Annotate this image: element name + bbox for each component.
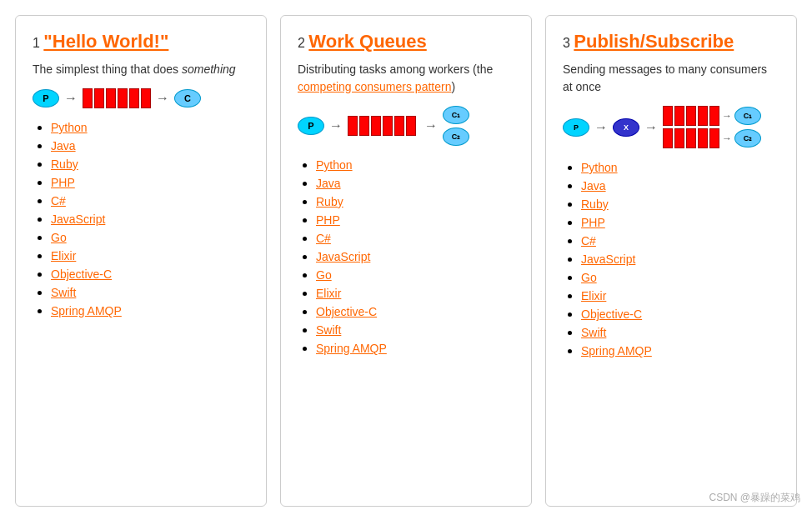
arrow-5: → [594, 120, 608, 135]
list-item: Java [581, 178, 779, 193]
card-number-3: 3 [563, 36, 574, 50]
link-php-1[interactable]: PHP [51, 176, 75, 189]
queue-cell [674, 128, 684, 148]
producer-ellipse-3: P [563, 118, 589, 137]
link-csharp-2[interactable]: C# [316, 232, 331, 245]
queue-cell [371, 116, 381, 136]
queue-cell [118, 88, 128, 108]
list-item: Spring AMQP [51, 303, 249, 318]
list-item: Elixir [581, 288, 779, 303]
list-item: Elixir [316, 286, 514, 301]
card-header-1: 1 "Hello World!" [33, 31, 249, 52]
queue-cell [698, 128, 708, 148]
queue-cell [129, 88, 139, 108]
link-javascript-2[interactable]: JavaScript [316, 250, 370, 263]
consumer-c2-3: C₂ [734, 129, 761, 148]
link-objectivec-3[interactable]: Objective-C [581, 308, 642, 321]
link-objectivec-1[interactable]: Objective-C [51, 268, 112, 281]
list-item: JavaScript [581, 252, 779, 267]
link-objectivec-2[interactable]: Objective-C [316, 305, 377, 318]
card-title-1[interactable]: "Hello World!" [43, 31, 168, 52]
queue-box-1 [83, 88, 151, 108]
card-work-queues: 2 Work Queues Distributing tasks among w… [280, 15, 532, 507]
link-competing-consumers[interactable]: competing consumers pattern [298, 80, 451, 93]
link-javascript-3[interactable]: JavaScript [581, 252, 635, 266]
link-swift-3[interactable]: Swift [581, 326, 606, 339]
link-php-3[interactable]: PHP [581, 216, 605, 229]
arrow-4: → [424, 118, 438, 133]
list-item: Objective-C [581, 307, 779, 322]
link-ruby-1[interactable]: Ruby [51, 158, 78, 171]
list-item: PHP [316, 212, 514, 228]
arrow-7: → [722, 110, 732, 122]
link-elixir-1[interactable]: Elixir [51, 249, 76, 262]
queue-cell [698, 106, 708, 126]
consumer-ellipse: C [174, 89, 201, 108]
link-go-1[interactable]: Go [51, 231, 67, 244]
link-ruby-2[interactable]: Ruby [316, 195, 343, 208]
queue-cell [709, 106, 719, 126]
link-elixir-2[interactable]: Elixir [316, 287, 341, 300]
link-go-3[interactable]: Go [581, 271, 597, 284]
arrow-3: → [329, 118, 343, 133]
list-item: Python [316, 158, 514, 172]
queue-cell [663, 106, 673, 126]
link-spring-3[interactable]: Spring AMQP [581, 344, 652, 358]
list-item: Ruby [581, 197, 779, 212]
arrow-6: → [644, 120, 658, 135]
link-java-2[interactable]: Java [316, 177, 341, 190]
queue-cell [383, 116, 393, 136]
queue-cell [406, 116, 416, 136]
queue-cell [674, 106, 684, 126]
card-title-2[interactable]: Work Queues [308, 31, 426, 52]
diagram-2: P → → C₁ C₂ [298, 106, 514, 146]
card-title-3[interactable]: Publish/Subscribe [574, 31, 734, 52]
list-item: JavaScript [316, 249, 514, 264]
queue-cell [94, 88, 104, 108]
link-csharp-3[interactable]: C# [581, 234, 596, 248]
queue-cell [686, 106, 696, 126]
link-ruby-3[interactable]: Ruby [581, 198, 609, 211]
list-item: Spring AMQP [581, 343, 779, 358]
list-item: Spring AMQP [316, 341, 514, 356]
queue-cell [348, 116, 358, 136]
list-item: Swift [51, 285, 249, 300]
list-item: Java [51, 138, 249, 153]
consumer-c1: C₁ [443, 106, 469, 124]
queue-box-3b [663, 128, 719, 148]
link-java-3[interactable]: Java [581, 179, 606, 192]
list-item: C# [316, 231, 514, 246]
link-php-2[interactable]: PHP [316, 213, 340, 227]
list-item: C# [51, 193, 249, 208]
link-spring-1[interactable]: Spring AMQP [51, 304, 122, 318]
queue-cell [394, 116, 404, 136]
queue-cell [663, 128, 673, 148]
link-elixir-3[interactable]: Elixir [581, 289, 606, 302]
queue-cell [359, 116, 369, 136]
link-python-1[interactable]: Python [51, 121, 88, 134]
arrow-8: → [722, 132, 732, 144]
card-number-1: 1 [33, 36, 43, 50]
fanout-queues: → C₁ → C₂ [663, 106, 761, 148]
queue-cell [686, 128, 696, 148]
link-python-2[interactable]: Python [316, 158, 353, 172]
link-csharp-1[interactable]: C# [51, 194, 66, 208]
list-item: Elixir [51, 248, 249, 263]
link-spring-2[interactable]: Spring AMQP [316, 342, 387, 355]
link-swift-2[interactable]: Swift [316, 323, 341, 337]
link-javascript-1[interactable]: JavaScript [51, 212, 105, 226]
link-java-1[interactable]: Java [51, 139, 76, 152]
link-swift-1[interactable]: Swift [51, 286, 76, 299]
diagram-1: P → → C [33, 88, 249, 108]
list-item: PHP [51, 175, 249, 190]
producer-ellipse: P [33, 89, 59, 108]
queue-cell [709, 128, 719, 148]
card-desc-1: The simplest thing that does something [33, 61, 249, 78]
list-item: Python [51, 120, 249, 135]
link-python-3[interactable]: Python [581, 161, 618, 174]
links-list-3: Python Java Ruby PHP C# JavaScript Go El… [563, 160, 779, 358]
list-item: PHP [581, 215, 779, 230]
list-item: Swift [316, 322, 514, 338]
list-item: Objective-C [51, 267, 249, 282]
link-go-2[interactable]: Go [316, 268, 332, 282]
